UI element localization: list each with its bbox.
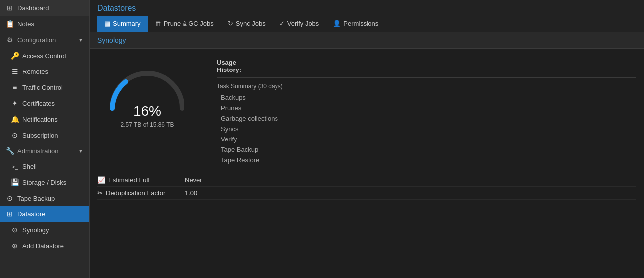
sidebar-item-access-control[interactable]: 🔑 Access Control	[0, 48, 89, 64]
shell-icon: >_	[11, 164, 19, 170]
sidebar-item-storage-disks[interactable]: 💾 Storage / Disks	[0, 174, 89, 190]
configuration-icon: ⚙	[6, 36, 14, 44]
sidebar-item-subscription[interactable]: ⊙ Subscription	[0, 127, 89, 143]
main-content: Datastores ▦ Summary 🗑 Prune & GC Jobs ↻…	[90, 0, 644, 278]
gauge-usage: 2.57 TB of 15.86 TB	[121, 121, 174, 128]
divider	[217, 77, 636, 78]
tape-backup-icon: ⊙	[6, 194, 14, 202]
dedup-label: ✂ Deduplication Factor	[97, 189, 177, 197]
summary-tab-icon: ▦	[104, 20, 110, 27]
subscription-icon: ⊙	[11, 131, 19, 139]
task-list: Backups Prunes Garbage collections Syncs…	[221, 94, 636, 164]
traffic-control-icon: ≡	[11, 83, 19, 91]
tab-prune-gc[interactable]: 🗑 Prune & GC Jobs	[148, 16, 221, 32]
add-datastore-icon: ⊕	[11, 242, 19, 250]
sidebar-item-traffic-control[interactable]: ≡ Traffic Control	[0, 79, 89, 95]
permissions-tab-icon: 👤	[333, 20, 341, 27]
tab-bar: ▦ Summary 🗑 Prune & GC Jobs ↻ Sync Jobs …	[97, 16, 636, 32]
dashboard-icon: ⊞	[6, 4, 14, 12]
dedup-value: 1.00	[185, 189, 215, 197]
chevron-down-icon: ▼	[78, 37, 83, 43]
task-item-syncs: Syncs	[221, 125, 636, 133]
sidebar-item-configuration[interactable]: ⚙ Configuration ▼	[0, 32, 89, 48]
synology-icon: ⊙	[11, 226, 19, 234]
task-item-tape-backup: Tape Backup	[221, 146, 636, 153]
datastore-icon: ⊞	[6, 210, 14, 218]
storage-disks-icon: 💾	[11, 178, 19, 186]
estimated-full-label: 📈 Estimated Full	[97, 176, 177, 184]
page-title: Datastores	[97, 4, 636, 16]
gauge-percent: 16%	[133, 103, 161, 119]
sidebar-item-dashboard[interactable]: ⊞ Dashboard	[0, 0, 89, 16]
sidebar-item-shell[interactable]: >_ Shell	[0, 159, 89, 174]
administration-icon: 🔧	[6, 147, 14, 155]
gauge-container: 16% 2.57 TB of 15.86 TB	[97, 59, 197, 164]
tab-sync-jobs[interactable]: ↻ Sync Jobs	[221, 16, 273, 32]
estimated-full-icon: 📈	[97, 176, 105, 184]
section-title: Synology	[90, 32, 644, 49]
task-item-tape-restore: Tape Restore	[221, 156, 636, 164]
access-control-icon: 🔑	[11, 52, 19, 60]
sidebar-item-synology[interactable]: ⊙ Synology	[0, 222, 89, 238]
verify-jobs-tab-icon: ✓	[279, 20, 285, 27]
sidebar-item-certificates[interactable]: ✦ Certificates	[0, 95, 89, 111]
certificates-icon: ✦	[11, 99, 19, 107]
sidebar-item-administration[interactable]: 🔧 Administration ▼	[0, 143, 89, 159]
task-item-backups: Backups	[221, 94, 636, 101]
page-header: Datastores ▦ Summary 🗑 Prune & GC Jobs ↻…	[90, 0, 644, 32]
stat-row-estimated-full: 📈 Estimated Full Never	[97, 174, 636, 187]
bottom-stats: 📈 Estimated Full Never ✂ Deduplication F…	[90, 174, 644, 208]
notifications-icon: 🔔	[11, 115, 19, 123]
sidebar-item-notifications[interactable]: 🔔 Notifications	[0, 111, 89, 127]
task-summary-title: Task Summary (30 days)	[217, 83, 636, 90]
task-item-verify: Verify	[221, 136, 636, 143]
sidebar-item-add-datastore[interactable]: ⊕ Add Datastore	[0, 238, 89, 254]
dedup-icon: ✂	[97, 189, 103, 197]
notes-icon: 📋	[6, 20, 14, 28]
gauge-fill	[112, 82, 126, 108]
remotes-icon: ☰	[11, 68, 19, 75]
tab-verify-jobs[interactable]: ✓ Verify Jobs	[273, 16, 326, 32]
sidebar-item-datastore[interactable]: ⊞ Datastore	[0, 206, 89, 222]
usage-history-title: Usage History:	[217, 59, 636, 73]
sync-jobs-tab-icon: ↻	[228, 20, 233, 27]
sidebar-item-remotes[interactable]: ☰ Remotes	[0, 64, 89, 79]
usage-section: Usage History: Task Summary (30 days) Ba…	[217, 59, 636, 164]
tab-summary[interactable]: ▦ Summary	[97, 16, 148, 32]
task-item-garbage: Garbage collections	[221, 115, 636, 122]
estimated-full-value: Never	[185, 176, 215, 184]
prune-gc-tab-icon: 🗑	[155, 20, 161, 27]
chevron-down-icon-admin: ▼	[78, 148, 83, 154]
tab-permissions[interactable]: 👤 Permissions	[326, 16, 385, 32]
sidebar-item-tape-backup[interactable]: ⊙ Tape Backup	[0, 190, 89, 206]
task-item-prunes: Prunes	[221, 104, 636, 112]
content-area: Synology 16% 2.57 TB of 15.86 TB Usage H…	[90, 32, 644, 278]
stat-row-dedup: ✂ Deduplication Factor 1.00	[97, 187, 636, 200]
sidebar-item-notes[interactable]: 📋 Notes	[0, 16, 89, 32]
sidebar: ⊞ Dashboard 📋 Notes ⚙ Configuration ▼ 🔑 …	[0, 0, 90, 278]
summary-body: 16% 2.57 TB of 15.86 TB Usage History: T…	[90, 49, 644, 174]
